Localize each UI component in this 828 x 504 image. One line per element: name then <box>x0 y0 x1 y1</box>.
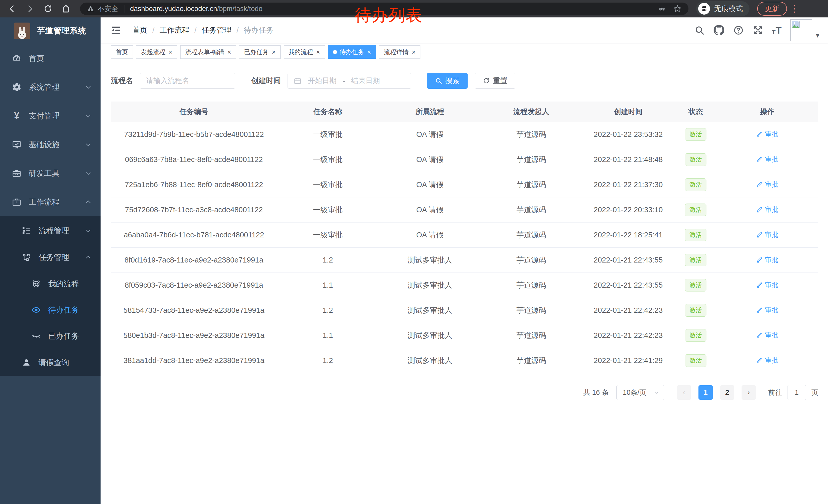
approve-link[interactable]: 审批 <box>756 306 778 315</box>
sidebar-collapse-icon[interactable] <box>110 25 122 36</box>
approve-link[interactable]: 审批 <box>756 205 778 214</box>
approve-link[interactable]: 审批 <box>756 230 778 239</box>
breadcrumb-home[interactable]: 首页 <box>132 25 147 35</box>
prev-page-button[interactable]: ‹ <box>677 385 691 400</box>
sidebar-item-process-mgmt[interactable]: 流程管理 <box>0 217 100 244</box>
tab-form-edit[interactable]: 流程表单-编辑× <box>180 45 236 59</box>
tab-home[interactable]: 首页 <box>111 45 133 59</box>
start-date-placeholder: 开始日期 <box>308 76 336 86</box>
dashboard-icon <box>11 53 22 64</box>
table-row: 069c6a63-7b8a-11ec-8ef0-acde48001122 一级审… <box>111 147 818 172</box>
update-button[interactable]: 更新 <box>757 2 787 16</box>
font-size-icon[interactable]: TT <box>772 25 782 36</box>
starter-cell: 芋道源码 <box>481 356 581 366</box>
approve-link[interactable]: 审批 <box>756 130 778 139</box>
create-time-cell: 2022-01-22 23:53:32 <box>581 130 675 139</box>
process-cell: 测试多审批人 <box>379 356 481 366</box>
sidebar-item-system[interactable]: 系统管理 <box>0 73 100 101</box>
process-cell: OA 请假 <box>379 180 481 190</box>
approve-link[interactable]: 审批 <box>756 331 778 340</box>
close-icon[interactable]: × <box>272 49 276 55</box>
table-header: 任务编号 任务名称 所属流程 流程发起人 创建时间 状态 操作 <box>111 101 818 122</box>
reset-button[interactable]: 重置 <box>475 73 515 89</box>
flow-tree-icon <box>21 252 32 263</box>
task-name-cell: 一级审批 <box>277 205 379 215</box>
approve-link[interactable]: 审批 <box>756 180 778 189</box>
end-date-placeholder: 结束日期 <box>351 76 380 86</box>
task-id-cell: 8f059c03-7ac8-11ec-a9e2-a2380e71991a <box>111 281 277 289</box>
tags-view-bar: 首页 发起流程× 流程表单-编辑× 已办任务× 我的流程× 待办任务× 流程详情… <box>100 43 828 61</box>
sidebar-item-infrastructure[interactable]: 基础设施 <box>0 130 100 159</box>
sidebar-item-done-tasks[interactable]: 已办任务 <box>0 323 100 349</box>
close-icon[interactable]: × <box>412 49 416 55</box>
chevron-down-icon <box>85 170 92 177</box>
sidebar-item-workflow[interactable]: 工作流程 <box>0 188 100 216</box>
briefcase-icon <box>11 197 22 208</box>
page-button-1[interactable]: 1 <box>699 385 713 400</box>
page-button-2[interactable]: 2 <box>720 385 734 400</box>
close-icon[interactable]: × <box>367 49 371 55</box>
approve-link[interactable]: 审批 <box>756 356 778 365</box>
app-title: 芋道管理系统 <box>37 26 86 36</box>
task-name-cell: 一级审批 <box>277 180 379 190</box>
search-button[interactable]: 搜索 <box>427 73 468 89</box>
goto-page-input[interactable] <box>787 385 806 400</box>
table-row: 381aa1dd-7ac8-11ec-a9e2-a2380e71991a 1.2… <box>111 348 818 373</box>
tab-my-process[interactable]: 我的流程× <box>284 45 325 59</box>
table-body: 73211d9d-7b9b-11ec-b5b7-acde48001122 一级审… <box>111 122 818 373</box>
process-name-input[interactable] <box>140 73 235 89</box>
refresh-icon <box>483 77 490 84</box>
search-icon[interactable] <box>694 25 705 36</box>
avatar-caret-icon[interactable]: ▾ <box>816 32 819 40</box>
sidebar-item-my-process[interactable]: 我的流程 <box>0 271 100 297</box>
starter-cell: 芋道源码 <box>481 255 581 265</box>
sidebar-item-home[interactable]: 首页 <box>0 44 100 73</box>
github-icon[interactable] <box>713 25 724 36</box>
password-key-icon[interactable] <box>658 5 666 13</box>
workflow-submenu: 流程管理 任务管理 我的流程 待办任务 <box>0 216 100 376</box>
task-id-cell: 381aa1dd-7ac8-11ec-a9e2-a2380e71991a <box>111 356 277 365</box>
approve-link[interactable]: 审批 <box>756 255 778 264</box>
tab-todo-tasks[interactable]: 待办任务× <box>328 45 376 59</box>
process-cell: 测试多审批人 <box>379 330 481 341</box>
active-dot <box>333 50 337 54</box>
page-size-select[interactable]: 10条/页 <box>616 385 664 400</box>
breadcrumb-task-mgmt[interactable]: 任务管理 <box>202 25 232 35</box>
edit-pen-icon <box>756 307 763 313</box>
next-page-button[interactable]: › <box>742 385 756 400</box>
chevron-down-icon <box>85 227 92 234</box>
approve-link[interactable]: 审批 <box>756 155 778 164</box>
tab-process-detail[interactable]: 流程详情× <box>379 45 420 59</box>
sidebar-item-task-mgmt[interactable]: 任务管理 <box>0 244 100 271</box>
sidebar-item-payment[interactable]: ¥ 支付管理 <box>0 101 100 130</box>
bookmark-star-icon[interactable] <box>673 4 682 13</box>
home-icon[interactable] <box>60 3 72 15</box>
task-name-cell: 1.2 <box>277 356 379 365</box>
sidebar-item-todo-tasks[interactable]: 待办任务 <box>0 297 100 323</box>
approve-link[interactable]: 审批 <box>756 280 778 289</box>
sidebar-item-devtools[interactable]: 研发工具 <box>0 159 100 188</box>
eye-closed-icon <box>31 331 42 341</box>
sidebar-item-leave-query[interactable]: 请假查询 <box>0 349 100 376</box>
avatar[interactable] <box>790 19 812 41</box>
forward-icon[interactable] <box>24 3 36 15</box>
create-time-label: 创建时间 <box>251 76 281 86</box>
app-logo <box>14 22 30 39</box>
fullscreen-icon[interactable] <box>752 25 763 36</box>
help-icon[interactable] <box>733 25 744 36</box>
reload-icon[interactable] <box>42 3 54 15</box>
process-name-label: 流程名 <box>111 76 133 86</box>
create-time-cell: 2022-01-22 18:25:41 <box>581 231 675 239</box>
back-icon[interactable] <box>6 3 18 15</box>
tab-start-process[interactable]: 发起流程× <box>136 45 177 59</box>
browser-menu-icon[interactable]: ⋮ <box>790 4 799 13</box>
table-row: 725a1eb6-7b88-11ec-8ef0-acde48001122 一级审… <box>111 172 818 197</box>
date-range-picker[interactable]: 开始日期 - 结束日期 <box>288 73 411 89</box>
close-icon[interactable]: × <box>169 49 172 55</box>
tab-done-tasks[interactable]: 已办任务× <box>239 45 280 59</box>
breadcrumb-workflow[interactable]: 工作流程 <box>160 25 189 35</box>
close-icon[interactable]: × <box>316 49 320 55</box>
table-row: 58154733-7ac8-11ec-a9e2-a2380e71991a 1.2… <box>111 298 818 323</box>
close-icon[interactable]: × <box>227 49 231 55</box>
annotation-title: 待办列表 <box>355 4 422 27</box>
